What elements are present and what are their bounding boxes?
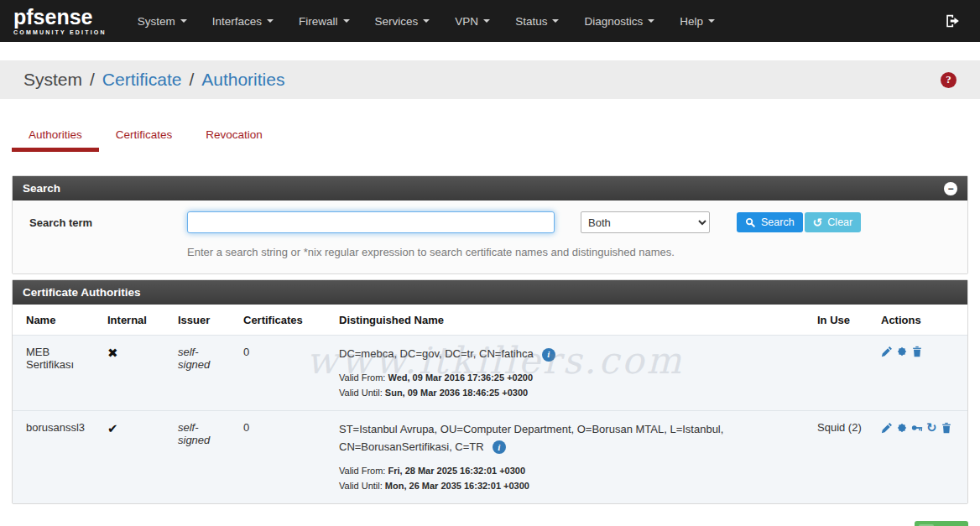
ca-panel-header: Certificate Authorities bbox=[13, 280, 967, 305]
info-icon: i bbox=[542, 348, 555, 362]
pencil-icon bbox=[881, 422, 893, 434]
tab-authorities-label: Authorities bbox=[29, 128, 82, 141]
column-header-issuer: Issuer bbox=[171, 305, 237, 336]
caret-down-icon bbox=[343, 19, 350, 23]
caret-down-icon bbox=[423, 19, 430, 23]
undo-icon: ↺ bbox=[813, 216, 823, 228]
ca-dn-cell: DC=mebca, DC=gov, DC=tr, CN=fatihcai Val… bbox=[332, 336, 811, 411]
caret-down-icon bbox=[708, 19, 715, 23]
add-ca-button[interactable]: + Add bbox=[915, 521, 968, 526]
column-header-certificates: Certificates bbox=[237, 305, 332, 336]
breadcrumb: System / Certificate / Authorities bbox=[23, 70, 284, 90]
breadcrumb-link-authorities[interactable]: Authorities bbox=[201, 70, 284, 90]
cross-icon: ✖ bbox=[107, 346, 118, 360]
menu-system-label: System bbox=[138, 15, 175, 28]
delete-ca-action[interactable] bbox=[911, 346, 923, 357]
ca-panel-title: Certificate Authorities bbox=[23, 286, 141, 299]
menu-vpn-label: VPN bbox=[455, 15, 478, 28]
menu-status[interactable]: Status bbox=[503, 0, 571, 42]
menu-firewall[interactable]: Firewall bbox=[286, 0, 362, 42]
pencil-icon bbox=[881, 346, 893, 357]
search-scope-select[interactable]: Both bbox=[581, 211, 710, 233]
tab-certificates-label: Certificates bbox=[116, 128, 173, 141]
breadcrumb-separator: / bbox=[189, 70, 194, 90]
menu-interfaces[interactable]: Interfaces bbox=[200, 0, 286, 42]
menu-diagnostics[interactable]: Diagnostics bbox=[571, 0, 667, 42]
valid-from-line: Valid From: Fri, 28 Mar 2025 16:32:01 +0… bbox=[339, 463, 804, 478]
search-term-input[interactable] bbox=[187, 211, 555, 233]
export-key-action[interactable] bbox=[911, 422, 923, 434]
ca-certificates-count: 0 bbox=[237, 411, 332, 503]
valid-until-line: Valid Until: Mon, 26 Mar 2035 16:32:01 +… bbox=[339, 478, 804, 493]
menu-help-label: Help bbox=[680, 15, 703, 28]
row-actions: ↻ bbox=[881, 421, 961, 434]
certificate-authorities-panel: Certificate Authorities Name Internal Is… bbox=[12, 279, 968, 504]
certificate-seal-icon bbox=[896, 346, 908, 357]
clear-button-label: Clear bbox=[827, 216, 852, 228]
search-panel-body: Search term Both Search ↺ Clear En bbox=[13, 201, 967, 273]
menu-vpn[interactable]: VPN bbox=[442, 0, 503, 42]
search-help-text: Enter a search string or *nix regular ex… bbox=[187, 246, 951, 258]
delete-ca-action[interactable] bbox=[941, 422, 952, 434]
ca-certificates-count: 0 bbox=[237, 336, 332, 411]
valid-from-line: Valid From: Wed, 09 Mar 2016 17:36:25 +0… bbox=[339, 370, 804, 385]
search-panel-header: Search − bbox=[13, 176, 967, 201]
caret-down-icon bbox=[648, 19, 654, 23]
ca-in-use-cell bbox=[811, 336, 874, 411]
caret-down-icon bbox=[552, 19, 559, 23]
search-panel-title: Search bbox=[23, 182, 60, 195]
minus-icon: − bbox=[947, 184, 953, 194]
edit-ca-action[interactable] bbox=[881, 422, 893, 434]
breadcrumb-link-certificate[interactable]: Certificate bbox=[102, 70, 182, 90]
search-button-label: Search bbox=[761, 216, 795, 228]
check-icon: ✔ bbox=[107, 421, 118, 435]
valid-until-line: Valid Until: Sun, 09 Mar 2036 18:46:25 +… bbox=[339, 385, 804, 400]
export-ca-action[interactable] bbox=[896, 346, 908, 357]
caret-down-icon bbox=[180, 19, 187, 23]
search-panel: Search − Search term Both Search ↺ bbox=[12, 175, 968, 274]
tab-certificates[interactable]: Certificates bbox=[99, 121, 190, 152]
certificate-seal-icon bbox=[896, 422, 908, 434]
column-header-distinguished-name: Distinguished Name bbox=[332, 305, 811, 336]
search-button[interactable]: Search bbox=[737, 212, 803, 232]
menu-services[interactable]: Services bbox=[362, 0, 443, 42]
ca-name-cell: borusanssl3 bbox=[13, 411, 101, 503]
column-header-in-use: In Use bbox=[811, 305, 874, 336]
menu-interfaces-label: Interfaces bbox=[212, 15, 262, 28]
ca-table: Name Internal Issuer Certificates Distin… bbox=[13, 305, 967, 503]
help-button[interactable]: ? bbox=[941, 72, 957, 88]
edit-ca-action[interactable] bbox=[881, 346, 893, 357]
sign-out-icon bbox=[945, 13, 960, 29]
tab-authorities[interactable]: Authorities bbox=[12, 121, 99, 152]
tab-revocation[interactable]: Revocation bbox=[189, 121, 279, 152]
logout-button[interactable] bbox=[935, 13, 970, 29]
menu-help[interactable]: Help bbox=[667, 0, 727, 42]
question-mark-icon: ? bbox=[946, 73, 951, 86]
brand-subtitle: COMMUNITY EDITION bbox=[13, 29, 107, 35]
table-row: borusanssl3 ✔ self-signed 0 ST=Istanbul … bbox=[13, 411, 967, 503]
info-icon: i bbox=[493, 440, 506, 454]
ca-in-use-cell: Squid (2) bbox=[811, 411, 874, 503]
trash-icon bbox=[941, 422, 952, 434]
clear-button[interactable]: ↺ Clear bbox=[805, 212, 862, 232]
search-term-label: Search term bbox=[29, 216, 187, 229]
table-row: MEB Sertifikası ✖ self-signed 0 DC=mebca… bbox=[13, 336, 967, 411]
column-header-name: Name bbox=[13, 305, 101, 336]
pfsense-logo[interactable]: pfsense COMMUNITY EDITION bbox=[13, 7, 107, 35]
distinguished-name-text: ST=Istanbul Avrupa, OU=Computer Departme… bbox=[339, 423, 723, 452]
collapse-panel-button[interactable]: − bbox=[944, 182, 957, 195]
distinguished-name-text: DC=mebca, DC=gov, DC=tr, CN=fatihca bbox=[339, 347, 534, 360]
renew-ca-action[interactable]: ↻ bbox=[926, 421, 937, 434]
tab-revocation-label: Revocation bbox=[206, 128, 263, 141]
brand-name: pfsense bbox=[13, 7, 107, 28]
column-header-actions: Actions bbox=[874, 305, 967, 336]
footer-actions: + Add bbox=[12, 521, 968, 526]
menu-diagnostics-label: Diagnostics bbox=[584, 15, 643, 28]
ca-name-cell: MEB Sertifikası bbox=[13, 336, 101, 411]
export-ca-action[interactable] bbox=[896, 422, 908, 434]
menu-services-label: Services bbox=[375, 15, 419, 28]
top-navbar: pfsense COMMUNITY EDITION System Interfa… bbox=[0, 0, 980, 42]
caret-down-icon bbox=[483, 19, 490, 23]
menu-system[interactable]: System bbox=[125, 0, 200, 42]
refresh-icon: ↻ bbox=[926, 421, 937, 434]
